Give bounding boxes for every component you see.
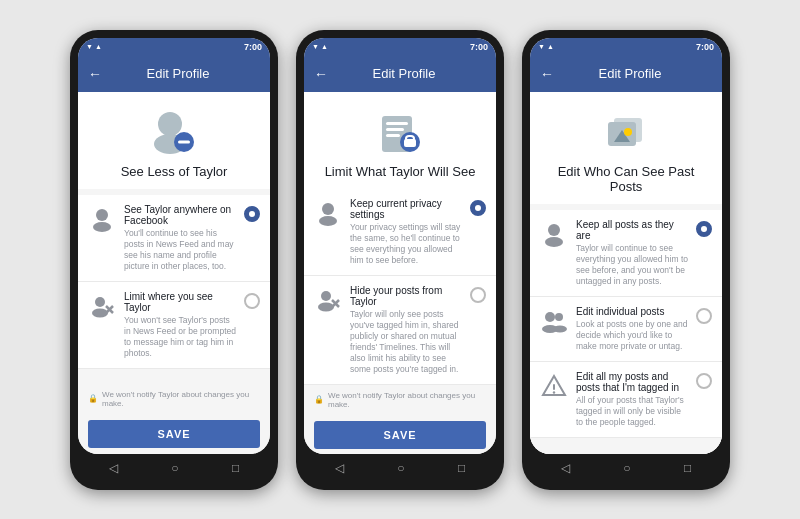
privacy-note-1: 🔒 We won't notify Taylor about changes y… xyxy=(78,384,270,414)
option-text-3-2: Edit individual posts Look at posts one … xyxy=(576,306,688,352)
option-item-1-1[interactable]: See Taylor anywhere on Facebook You'll c… xyxy=(78,195,270,282)
status-time-3: 7:00 xyxy=(696,42,714,52)
option-item-3-1[interactable]: Keep all posts as they are Taylor will c… xyxy=(530,210,722,297)
hero-title-1: See Less of Taylor xyxy=(121,164,228,179)
screen-content-3: Edit Who Can See Past Posts Keep a xyxy=(530,92,722,454)
option-radio-2-2[interactable] xyxy=(470,287,486,303)
back-button-3[interactable]: ← xyxy=(540,66,554,82)
status-bar-3: ▼▲ 7:00 xyxy=(530,38,722,56)
signal-icons-2: ▼▲ xyxy=(312,43,328,50)
option-title-3-2: Edit individual posts xyxy=(576,306,688,317)
option-title-3-3: Edit all my posts and posts that I'm tag… xyxy=(576,371,688,393)
hero-section-3: Edit Who Can See Past Posts xyxy=(530,92,722,204)
option-radio-3-1[interactable] xyxy=(696,221,712,237)
option-icon-2-1 xyxy=(314,199,342,227)
option-text-1-1: See Taylor anywhere on Facebook You'll c… xyxy=(124,204,236,272)
svg-point-27 xyxy=(548,224,560,236)
lock-icon-1: 🔒 xyxy=(88,394,98,403)
option-icon-2-2 xyxy=(314,286,342,314)
hero-icon-3 xyxy=(600,106,652,158)
save-button-2[interactable]: SAVE xyxy=(314,421,486,449)
nav-recent-1[interactable]: □ xyxy=(232,461,239,475)
option-text-3-1: Keep all posts as they are Taylor will c… xyxy=(576,219,688,287)
svg-point-18 xyxy=(319,216,337,226)
option-desc-2-2: Taylor will only see posts you've tagged… xyxy=(350,309,462,375)
nav-bar-1: ◁ ○ □ xyxy=(78,454,270,482)
back-button-2[interactable]: ← xyxy=(314,66,328,82)
svg-point-20 xyxy=(318,302,334,311)
option-text-3-3: Edit all my posts and posts that I'm tag… xyxy=(576,371,688,428)
app-bar-title-1: Edit Profile xyxy=(110,66,246,81)
svg-point-30 xyxy=(555,313,563,321)
signal-icons-1: ▼▲ xyxy=(86,43,102,50)
nav-back-3[interactable]: ◁ xyxy=(561,461,570,475)
option-desc-3-1: Taylor will continue to see everything y… xyxy=(576,243,688,287)
save-button-1[interactable]: SAVE xyxy=(88,420,260,448)
option-text-2-1: Keep current privacy settings Your priva… xyxy=(350,198,462,266)
option-icon-1-1 xyxy=(88,205,116,233)
hero-title-2: Limit What Taylor Will See xyxy=(325,164,476,179)
nav-back-1[interactable]: ◁ xyxy=(109,461,118,475)
app-bar-3: ← Edit Profile xyxy=(530,56,722,92)
back-button-1[interactable]: ← xyxy=(88,66,102,82)
option-text-2-2: Hide your posts from Taylor Taylor will … xyxy=(350,285,462,375)
option-icon-1-2 xyxy=(88,292,116,320)
option-icon-3-1 xyxy=(540,220,568,248)
nav-home-1[interactable]: ○ xyxy=(171,461,178,475)
svg-point-35 xyxy=(553,391,555,393)
app-bar-1: ← Edit Profile xyxy=(78,56,270,92)
option-list-2: Keep current privacy settings Your priva… xyxy=(304,189,496,385)
svg-point-19 xyxy=(321,291,331,301)
nav-back-2[interactable]: ◁ xyxy=(335,461,344,475)
option-radio-1-2[interactable] xyxy=(244,293,260,309)
nav-recent-2[interactable]: □ xyxy=(458,461,465,475)
option-icon-3-2 xyxy=(540,307,568,335)
option-radio-2-1[interactable] xyxy=(470,200,486,216)
option-desc-1-2: You won't see Taylor's posts in News Fee… xyxy=(124,315,236,359)
option-radio-3-2[interactable] xyxy=(696,308,712,324)
app-bar-title-2: Edit Profile xyxy=(336,66,472,81)
option-item-1-2[interactable]: Limit where you see Taylor You won't see… xyxy=(78,282,270,369)
option-text-1-2: Limit where you see Taylor You won't see… xyxy=(124,291,236,359)
svg-point-6 xyxy=(95,297,105,307)
privacy-note-2: 🔒 We won't notify Taylor about changes y… xyxy=(304,385,496,415)
option-icon-3-3 xyxy=(540,372,568,400)
hero-section-2: Limit What Taylor Will See xyxy=(304,92,496,189)
option-list-3: Keep all posts as they are Taylor will c… xyxy=(530,210,722,454)
option-item-2-2[interactable]: Hide your posts from Taylor Taylor will … xyxy=(304,276,496,385)
option-title-2-1: Keep current privacy settings xyxy=(350,198,462,220)
svg-rect-11 xyxy=(386,122,408,125)
option-radio-1-1[interactable] xyxy=(244,206,260,222)
status-bar-1: ▼▲ 7:00 xyxy=(78,38,270,56)
svg-point-28 xyxy=(545,237,563,247)
option-title-2-2: Hide your posts from Taylor xyxy=(350,285,462,307)
nav-home-3[interactable]: ○ xyxy=(623,461,630,475)
nav-bar-2: ◁ ○ □ xyxy=(304,454,496,482)
option-item-3-2[interactable]: Edit individual posts Look at posts one … xyxy=(530,297,722,362)
option-item-3-3[interactable]: Edit all my posts and posts that I'm tag… xyxy=(530,362,722,438)
hero-title-3: Edit Who Can See Past Posts xyxy=(540,164,712,194)
option-radio-3-3[interactable] xyxy=(696,373,712,389)
option-desc-3-2: Look at posts one by one and decide whic… xyxy=(576,319,688,352)
option-item-2-1[interactable]: Keep current privacy settings Your priva… xyxy=(304,189,496,276)
option-title-1-2: Limit where you see Taylor xyxy=(124,291,236,313)
nav-home-2[interactable]: ○ xyxy=(397,461,404,475)
svg-rect-12 xyxy=(386,128,404,131)
status-bar-2: ▼▲ 7:00 xyxy=(304,38,496,56)
svg-rect-34 xyxy=(553,384,555,390)
phone-1: ▼▲ 7:00 ← Edit Profile xyxy=(70,30,278,490)
nav-recent-3[interactable]: □ xyxy=(684,461,691,475)
option-title-3-1: Keep all posts as they are xyxy=(576,219,688,241)
status-time-2: 7:00 xyxy=(470,42,488,52)
option-list-1: See Taylor anywhere on Facebook You'll c… xyxy=(78,195,270,384)
lock-icon-2: 🔒 xyxy=(314,395,324,404)
screen-content-2: Limit What Taylor Will See Keep current … xyxy=(304,92,496,454)
option-desc-3-3: All of your posts that Taylor's tagged i… xyxy=(576,395,688,428)
svg-point-32 xyxy=(553,325,567,332)
phone-2: ▼▲ 7:00 ← Edit Profile xyxy=(296,30,504,490)
app-bar-2: ← Edit Profile xyxy=(304,56,496,92)
svg-rect-13 xyxy=(386,134,400,137)
option-desc-2-1: Your privacy settings will stay the same… xyxy=(350,222,462,266)
signal-icons-3: ▼▲ xyxy=(538,43,554,50)
svg-point-7 xyxy=(92,308,108,317)
